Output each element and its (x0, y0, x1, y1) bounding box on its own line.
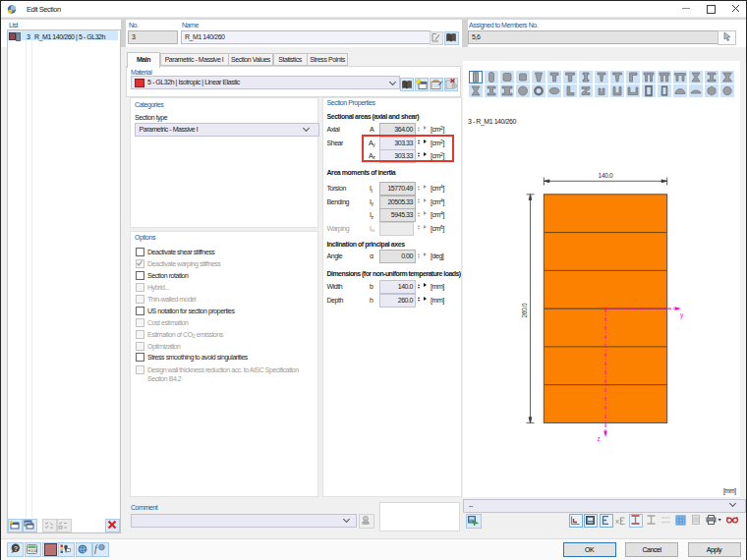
svg-text:140.0: 140.0 (599, 172, 613, 179)
svg-text:y: y (680, 311, 684, 319)
svg-text:x: x (615, 517, 619, 526)
svg-text:?: ? (14, 544, 19, 553)
svg-text:260.0: 260.0 (521, 303, 528, 317)
svg-text:f: f (94, 543, 98, 554)
svg-text:z: z (598, 435, 601, 442)
svg-text:0.00: 0.00 (31, 548, 38, 553)
